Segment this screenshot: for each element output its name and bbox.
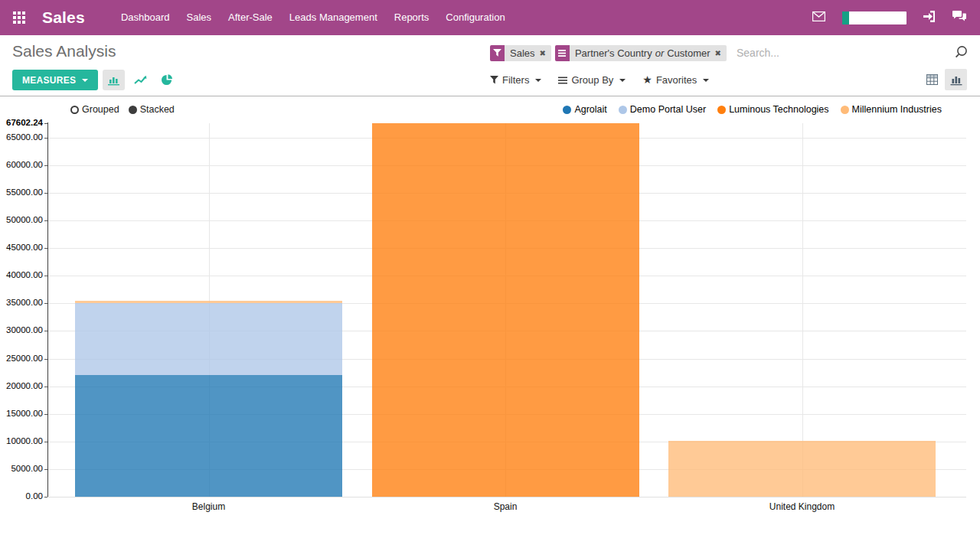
- pivot-view-button[interactable]: [921, 69, 943, 90]
- y-axis-line: [47, 122, 48, 497]
- search-bar[interactable]: Sales ✖ Partner's Country or Customer ✖ …: [490, 44, 968, 61]
- user-menu[interactable]: [842, 11, 906, 24]
- legend-label: Luminous Technologies: [729, 104, 828, 115]
- page-title: Sales Analysis: [12, 42, 116, 60]
- bar-segment-millennium-industries[interactable]: [668, 441, 936, 497]
- apps-grid-icon[interactable]: [12, 11, 26, 24]
- top-navbar: Sales Dashboard Sales After-Sale Leads M…: [0, 0, 980, 35]
- group-by-dropdown[interactable]: Group By: [558, 74, 626, 86]
- legend-item[interactable]: Demo Portal User: [619, 104, 706, 115]
- chevron-down-icon: [82, 79, 88, 82]
- navbar-menu: Dashboard Sales After-Sale Leads Managem…: [113, 0, 514, 35]
- favorites-dropdown[interactable]: ★ Favorites: [642, 74, 709, 86]
- facet-or-text: or: [652, 47, 668, 59]
- line-chart-icon: [134, 75, 147, 85]
- bar-segment-demo-portal-user[interactable]: [75, 303, 342, 375]
- facet-label: Partner's Country or Customer ✖: [570, 45, 727, 61]
- search-input[interactable]: Search...: [737, 47, 955, 59]
- line-chart-button[interactable]: [129, 70, 152, 90]
- radio-circle-icon: [70, 106, 79, 114]
- nav-item-sales[interactable]: Sales: [178, 0, 220, 35]
- user-presence-indicator: [842, 11, 849, 24]
- legend-item[interactable]: Luminous Technologies: [717, 104, 828, 115]
- y-tick-label: 65000.00: [0, 132, 43, 142]
- envelope-icon[interactable]: [812, 11, 825, 24]
- pie-chart-button[interactable]: [156, 70, 178, 90]
- radio-circle-icon: [129, 106, 137, 114]
- graph-view: Grouped Stacked AgrolaitDemo Portal User…: [0, 97, 980, 535]
- bar-chart-button[interactable]: [103, 70, 125, 90]
- chat-icon[interactable]: [952, 11, 966, 25]
- legend-dot-icon: [717, 106, 726, 114]
- measures-button[interactable]: MEASURES: [12, 70, 98, 90]
- graph-view-button[interactable]: [945, 69, 967, 90]
- group-by-list-icon: [558, 77, 567, 84]
- y-tick-label: 35000.00: [0, 298, 43, 307]
- chart-mode-controls: Grouped Stacked: [70, 104, 184, 115]
- filters-label: Filters: [502, 74, 529, 86]
- y-tick-label: 60000.00: [0, 160, 43, 169]
- facet-close-icon[interactable]: ✖: [715, 49, 721, 57]
- legend-item[interactable]: Millennium Industries: [841, 104, 942, 115]
- filter-funnel-icon: [490, 76, 498, 84]
- star-icon: ★: [642, 75, 652, 85]
- y-tick-label: 0.00: [0, 491, 43, 501]
- y-tick-label: 40000.00: [0, 270, 43, 279]
- search-facet-groupby[interactable]: Partner's Country or Customer ✖: [555, 45, 727, 61]
- grouped-radio[interactable]: Grouped: [70, 104, 119, 115]
- x-axis-label: United Kingdom: [718, 501, 887, 512]
- nav-item-reports[interactable]: Reports: [386, 0, 438, 35]
- bar-segment-agrolait[interactable]: [75, 375, 342, 497]
- legend-label: Millennium Industries: [852, 104, 942, 115]
- measures-label: MEASURES: [22, 75, 76, 86]
- y-tick-label: 5000.00: [0, 464, 43, 473]
- search-facet-sales[interactable]: Sales ✖: [490, 45, 551, 61]
- bar-segment-luminous-technologies[interactable]: [372, 123, 639, 497]
- search-icon[interactable]: [955, 45, 968, 61]
- chevron-down-icon: [535, 79, 541, 82]
- control-panel: Sales Analysis Sales ✖ Partner's Country…: [0, 35, 980, 96]
- nav-item-leads-management[interactable]: Leads Management: [281, 0, 386, 35]
- stacked-radio[interactable]: Stacked: [129, 104, 175, 115]
- facet-text: Partner's Country: [575, 47, 652, 59]
- x-axis-label: Spain: [421, 501, 590, 512]
- navbar-right: [795, 11, 980, 25]
- y-tick-label: 55000.00: [0, 188, 43, 197]
- nav-item-after-sale[interactable]: After-Sale: [220, 0, 281, 35]
- grouped-label: Grouped: [82, 104, 119, 115]
- y-tick-label: 67602.24: [0, 118, 43, 127]
- legend-dot-icon: [841, 106, 849, 114]
- bar-segment-millennium-industries[interactable]: [75, 301, 342, 303]
- chevron-down-icon: [619, 79, 626, 82]
- legend-item[interactable]: Agrolait: [563, 104, 606, 115]
- group-by-list-icon: [555, 45, 570, 61]
- nav-item-dashboard[interactable]: Dashboard: [113, 0, 178, 35]
- legend-dot-icon: [619, 106, 627, 114]
- navbar-left: Sales: [0, 8, 85, 27]
- filters-dropdown[interactable]: Filters: [490, 74, 541, 86]
- legend-dot-icon: [563, 106, 571, 114]
- pie-chart-icon: [162, 74, 173, 86]
- graph-bars-icon: [950, 74, 962, 86]
- y-tick-label: 20000.00: [0, 381, 43, 390]
- graph-toolbar: MEASURES: [12, 70, 178, 90]
- login-icon[interactable]: [923, 11, 936, 25]
- chevron-down-icon: [703, 79, 709, 82]
- sales-analysis-page: { "colors": { "brand_purple": "#A24689",…: [0, 0, 980, 535]
- search-options-row: Filters Group By ★ Favorites: [490, 74, 726, 86]
- facet-text: Customer: [667, 47, 710, 59]
- x-axis-label: Belgium: [125, 501, 293, 512]
- view-switcher: [920, 69, 967, 90]
- nav-item-configuration[interactable]: Configuration: [437, 0, 513, 35]
- y-tick-label: 10000.00: [0, 436, 43, 445]
- bar-chart-icon: [108, 75, 120, 86]
- favorites-label: Favorites: [656, 74, 697, 86]
- y-tick-label: 25000.00: [0, 354, 43, 363]
- app-title: Sales: [42, 8, 85, 27]
- y-tick-label: 30000.00: [0, 325, 43, 334]
- apps-grid-glyph: [13, 11, 26, 24]
- chart-legend: AgrolaitDemo Portal UserLuminous Technol…: [551, 104, 942, 115]
- facet-close-icon[interactable]: ✖: [540, 49, 546, 57]
- stacked-label: Stacked: [140, 104, 175, 115]
- facet-text: Sales: [510, 47, 535, 59]
